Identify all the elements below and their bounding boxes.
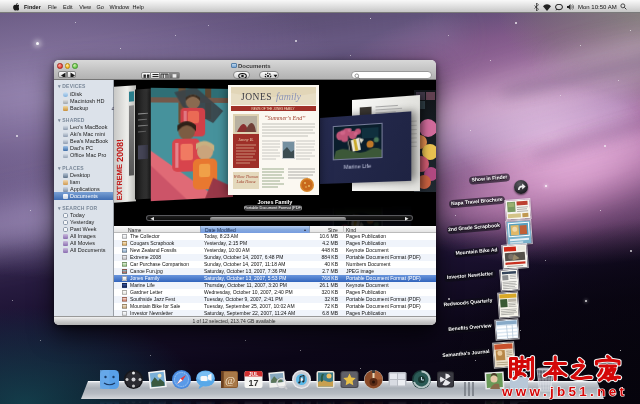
svg-text:17: 17 [248,378,258,388]
svg-text:JUL: JUL [248,371,257,377]
svg-text:www.jb51.net: www.jb51.net [502,384,626,399]
svg-text:@: @ [224,374,234,386]
